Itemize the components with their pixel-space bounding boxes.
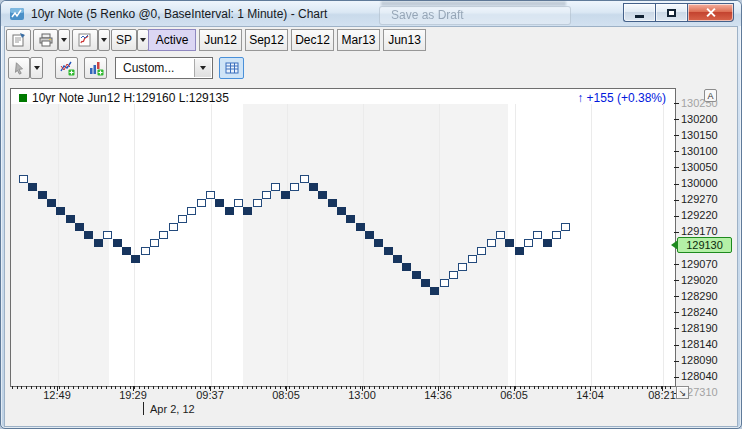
print-button[interactable]: [33, 29, 58, 51]
renko-brick-down: [393, 255, 402, 263]
renko-brick-down: [356, 223, 365, 231]
time-label: 19:29: [111, 389, 155, 401]
price-tick: [674, 328, 679, 329]
time-minor-tick: [247, 386, 248, 389]
price-tick: [674, 232, 679, 233]
pointer-tool-button[interactable]: [8, 57, 30, 79]
time-minor-tick: [463, 386, 464, 389]
renko-brick-down: [374, 239, 383, 247]
time-minor-tick: [158, 386, 159, 389]
renko-brick-down: [38, 191, 47, 199]
renko-brick-up: [141, 247, 150, 255]
restore-button[interactable]: [655, 3, 688, 22]
renko-brick-up: [533, 231, 542, 239]
study-preset-combobox[interactable]: Custom...: [115, 57, 213, 79]
renko-brick-down: [430, 287, 439, 295]
vertical-gridline: [363, 104, 364, 386]
price-label: 128190: [681, 322, 718, 334]
change-indicator: ↑ +155 (+0.38%): [577, 91, 666, 105]
time-minor-tick: [487, 386, 488, 389]
price-tick: [674, 296, 679, 297]
tab-dec12[interactable]: Dec12: [291, 29, 334, 51]
renko-brick-up: [440, 279, 449, 287]
chart-plot-area[interactable]: 10yr Note Jun12 H:129160 L:129135 ↑ +155…: [10, 88, 676, 387]
time-minor-tick: [92, 386, 93, 389]
chevron-down-icon: [61, 38, 67, 42]
price-label: 129020: [681, 274, 718, 286]
chevron-down-icon: [34, 66, 40, 70]
time-minor-tick: [181, 386, 182, 389]
renko-brick-up: [262, 191, 271, 199]
close-button[interactable]: [688, 3, 734, 22]
last-price-label: 129130: [677, 237, 732, 253]
renko-brick-down: [215, 199, 224, 207]
chart-settings-button[interactable]: [6, 29, 31, 51]
renko-brick-up: [103, 231, 112, 239]
time-minor-tick: [172, 386, 173, 389]
renko-brick-down: [421, 279, 430, 287]
time-label: 14:36: [416, 389, 460, 401]
time-minor-tick: [637, 386, 638, 389]
price-tick: [674, 264, 679, 265]
renko-brick-up: [19, 175, 28, 183]
renko-brick-down: [94, 239, 103, 247]
tab-jun13[interactable]: Jun13: [383, 29, 426, 51]
print-dropdown-arrow[interactable]: [58, 29, 70, 51]
time-minor-tick: [313, 386, 314, 389]
tab-active[interactable]: Active: [148, 29, 196, 51]
price-label: 130000: [681, 177, 718, 189]
study-preset-value: Custom...: [123, 61, 174, 75]
time-minor-tick: [388, 386, 389, 389]
time-minor-tick: [186, 386, 187, 389]
renko-brick-up: [253, 199, 262, 207]
chartbook-dropdown-arrow[interactable]: [98, 29, 110, 51]
combobox-arrow[interactable]: [194, 59, 211, 77]
tab-mar13[interactable]: Mar13: [337, 29, 380, 51]
quote-board-button[interactable]: [219, 57, 244, 79]
sp-button[interactable]: SP: [111, 29, 137, 51]
time-minor-tick: [26, 386, 27, 389]
renko-brick-down: [309, 183, 318, 191]
price-tick: [674, 167, 679, 168]
tab-jun12[interactable]: Jun12: [199, 29, 242, 51]
sp-button-label: SP: [116, 33, 132, 47]
date-tick-mark: [143, 402, 144, 415]
price-tick: [674, 103, 679, 104]
price-label: 129170: [681, 225, 718, 237]
price-tick: [674, 119, 679, 120]
chartbook-icon: [77, 32, 93, 48]
vertical-gridline: [591, 104, 592, 386]
time-minor-tick: [162, 386, 163, 389]
renko-brick-up: [206, 191, 215, 199]
time-minor-tick: [336, 386, 337, 389]
vertical-gridline: [58, 104, 59, 386]
time-minor-tick: [468, 386, 469, 389]
chevron-down-icon: [140, 38, 146, 42]
time-minor-tick: [308, 386, 309, 389]
time-minor-tick: [101, 386, 102, 389]
vertical-gridline: [134, 104, 135, 386]
printer-icon: [38, 32, 54, 48]
price-label: 130050: [681, 161, 718, 173]
time-minor-tick: [562, 386, 563, 389]
quote-board-icon: [224, 60, 240, 76]
time-minor-tick: [623, 386, 624, 389]
chartbook-button[interactable]: [72, 29, 98, 51]
renko-brick-down: [113, 239, 122, 247]
price-tick: [674, 345, 679, 346]
renko-brick-down: [56, 207, 65, 215]
price-label: 130100: [681, 145, 718, 157]
price-label: 130150: [681, 129, 718, 141]
add-study-button[interactable]: [55, 57, 78, 79]
time-minor-tick: [397, 386, 398, 389]
add-chart-icon: [88, 60, 104, 76]
renko-brick-down: [346, 215, 355, 223]
renko-brick-up: [300, 175, 309, 183]
add-chart-button[interactable]: [84, 57, 107, 79]
minimize-button[interactable]: [623, 3, 655, 22]
price-label: 128290: [681, 290, 718, 302]
renko-brick-up: [458, 263, 467, 271]
pointer-tool-dropdown-arrow[interactable]: [30, 57, 43, 79]
pointer-icon: [12, 61, 26, 75]
tab-sep12[interactable]: Sep12: [245, 29, 288, 51]
